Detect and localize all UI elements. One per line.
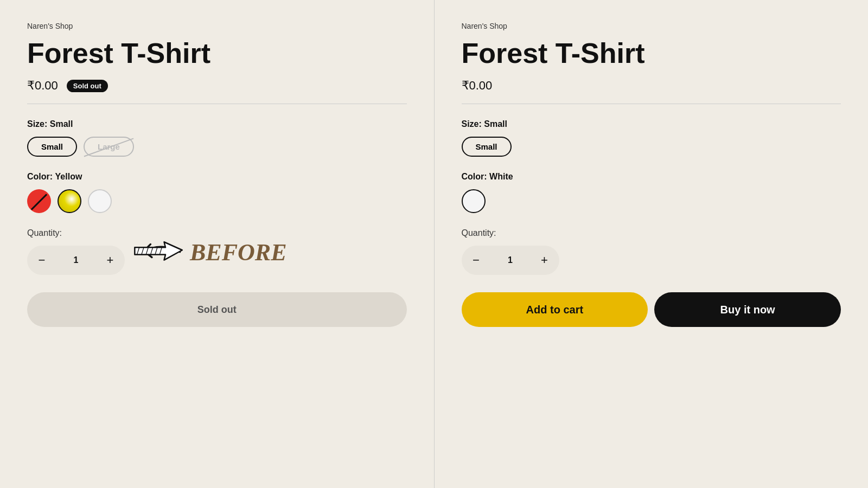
- price-row-right: ₹0.00: [462, 79, 841, 93]
- shop-name-right: Naren's Shop: [462, 22, 841, 30]
- quantity-control-left: − 1 +: [27, 246, 125, 275]
- price-right: ₹0.00: [462, 79, 493, 93]
- color-label-left: Color: Yellow: [27, 172, 407, 182]
- add-to-cart-button[interactable]: Add to cart: [462, 292, 648, 327]
- action-buttons-right: Add to cart Buy it now: [462, 292, 841, 327]
- product-title-right: Forest T-Shirt: [462, 38, 841, 69]
- svg-line-0: [137, 247, 139, 254]
- price-left: ₹0.00: [27, 79, 58, 93]
- sold-out-button: Sold out: [27, 292, 407, 327]
- color-options-left: BEFORE: [27, 189, 407, 213]
- svg-line-4: [155, 247, 157, 254]
- size-small-left[interactable]: Small: [27, 137, 77, 157]
- svg-line-3: [151, 247, 153, 254]
- svg-line-1: [142, 247, 144, 254]
- color-label-right: Color: White: [462, 172, 841, 182]
- qty-minus-left[interactable]: −: [27, 246, 56, 275]
- qty-plus-right[interactable]: +: [530, 246, 559, 275]
- color-selected-right: White: [489, 172, 513, 181]
- size-selected-right: Small: [484, 119, 507, 129]
- color-selected-left: Yellow: [55, 172, 82, 181]
- size-small-right[interactable]: Small: [462, 137, 512, 157]
- quantity-label-left: Quantity:: [27, 228, 407, 238]
- quantity-label-right: Quantity:: [462, 228, 841, 238]
- before-text: BEFORE: [190, 239, 287, 266]
- svg-line-2: [146, 247, 148, 254]
- color-red-left[interactable]: [27, 189, 51, 213]
- color-options-right: AFTER: [462, 189, 841, 213]
- after-panel: Naren's Shop Forest T-Shirt ₹0.00 Size: …: [435, 0, 869, 488]
- color-yellow-left[interactable]: [58, 189, 81, 213]
- qty-value-left: 1: [56, 255, 95, 265]
- svg-line-5: [159, 247, 162, 254]
- buy-now-button[interactable]: Buy it now: [654, 292, 841, 327]
- size-options-left: Small Large: [27, 137, 407, 157]
- price-row-left: ₹0.00 Sold out: [27, 79, 407, 93]
- quantity-control-right: − 1 +: [462, 246, 559, 275]
- action-buttons-left: Sold out: [27, 292, 407, 327]
- sold-out-badge: Sold out: [67, 80, 108, 92]
- qty-minus-right[interactable]: −: [462, 246, 491, 275]
- qty-plus-left[interactable]: +: [95, 246, 125, 275]
- size-large-left: Large: [84, 137, 134, 157]
- divider-right: [462, 104, 841, 104]
- size-selected-left: Small: [50, 119, 73, 129]
- size-label-left: Size: Small: [27, 119, 407, 129]
- before-arrow-icon: [130, 236, 184, 268]
- divider-left: [27, 104, 407, 104]
- before-annotation: BEFORE: [130, 236, 287, 268]
- color-white-right[interactable]: [462, 189, 486, 213]
- size-options-right: Small: [462, 137, 841, 157]
- size-label-right: Size: Small: [462, 119, 841, 129]
- shop-name-left: Naren's Shop: [27, 22, 407, 30]
- qty-value-right: 1: [491, 255, 530, 265]
- before-panel: Naren's Shop Forest T-Shirt ₹0.00 Sold o…: [0, 0, 435, 488]
- product-title-left: Forest T-Shirt: [27, 38, 407, 69]
- color-white-left[interactable]: [88, 189, 112, 213]
